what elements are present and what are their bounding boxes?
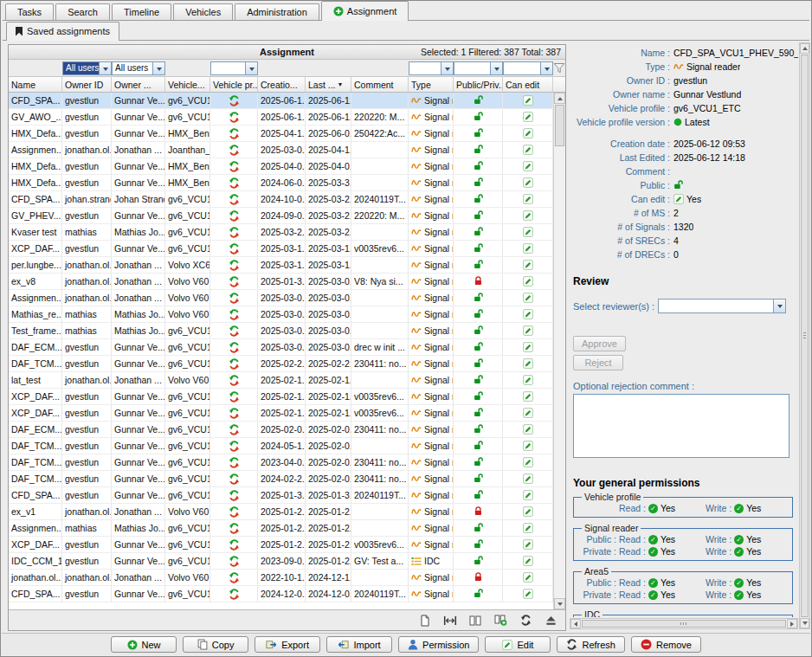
scroll-down-arrow[interactable] (800, 618, 809, 628)
table-row[interactable]: DAF_ECM... gvestlun Gunnar Ve... gv6_VCU… (9, 339, 553, 356)
refresh-icon[interactable] (518, 614, 533, 628)
permission-button[interactable]: Permission (398, 636, 479, 653)
visibility-filter[interactable] (454, 61, 503, 75)
cell-owner-name: Mathias Jo... (112, 224, 165, 240)
table-row[interactable]: XCP_DAF... gvestlun Gunnar Ve... gv6_VCU… (9, 405, 553, 422)
table-row[interactable]: DAF_TCM... gvestlun Gunnar Ve... gv6_VCU… (9, 356, 553, 372)
tab-administration[interactable]: Administration (235, 3, 319, 20)
column-header-owner[interactable]: Owner ... (112, 77, 165, 92)
column-header-type[interactable]: Type (409, 77, 454, 92)
table-row[interactable]: HMX_Defa... gvestlun Gunnar Ve... HMX_Be… (9, 158, 553, 175)
filter-funnel-icon[interactable] (553, 62, 565, 74)
rejection-comment-textarea[interactable] (573, 394, 789, 458)
tab-saved-assignments[interactable]: Saved assignments (6, 22, 119, 40)
permission-scope-label: Private : (577, 589, 619, 600)
approve-button[interactable]: Approve (573, 336, 626, 351)
table-row[interactable]: Test_frame... mathias Mathias Jo... gv6_… (9, 323, 553, 339)
edit-button[interactable]: Edit (485, 636, 551, 653)
table-row[interactable]: HMX_Defa... gvestlun Gunnar Ve... HMX_Be… (9, 175, 553, 191)
refresh-button[interactable]: Refresh (557, 636, 625, 653)
scroll-right-arrow[interactable] (787, 619, 797, 628)
column-header-name[interactable]: Name (9, 77, 62, 92)
permission-value: Yes (661, 589, 675, 600)
cell-owner-id: mathias (62, 323, 112, 338)
import-button[interactable]: Import (326, 636, 392, 653)
table-row[interactable]: per.lungbe... jonathan.ol... Jonathan ..… (9, 257, 553, 274)
table-row[interactable]: Assignmen... jonathan.ol... Jonathan ...… (9, 290, 553, 306)
table-row[interactable]: DAF_ECM... gvestlun Gunnar Ve... gv6_VCU… (9, 422, 553, 438)
scrollbar-thumb[interactable] (555, 105, 564, 146)
remove-button[interactable]: Remove (631, 636, 701, 653)
table-row[interactable]: XCP_DAF... gvestlun Gunnar Ve... gv6_VCU… (9, 537, 553, 553)
details-vertical-scrollbar[interactable] (799, 42, 810, 629)
column-header-comment[interactable]: Comment (351, 77, 409, 92)
column-header-vehicle[interactable]: Vehicle... (165, 77, 210, 92)
table-row[interactable]: Mathias_re... mathias Mathias Jo... Volv… (9, 306, 553, 323)
tab-vehicles[interactable]: Vehicles (173, 3, 233, 20)
owner-id-filter[interactable]: All users (62, 61, 112, 75)
owner-name-filter[interactable]: All users (112, 61, 165, 75)
copy-button[interactable]: Copy (183, 636, 248, 653)
table-row[interactable]: XCP_DAF... gvestlun Gunnar Ve... gv6_VCU… (9, 241, 553, 257)
scrollbar-thumb[interactable] (582, 620, 786, 628)
table-row[interactable]: CFD_SPA... gvestlun Gunnar Ve... gv6_VCU… (9, 487, 553, 504)
table-row[interactable]: Assignmen... jonathan.ol... Jonathan ...… (9, 142, 553, 158)
reject-button[interactable]: Reject (573, 355, 623, 370)
table-row[interactable]: jonathan.ol... jonathan.ol... Jonathan .… (9, 570, 553, 586)
fit-width-icon[interactable] (442, 614, 458, 628)
table-row[interactable]: CFD_SPA... johan.strand Johan Strand gv6… (9, 191, 553, 208)
table-row[interactable]: DAF_TCM... gvestlun Gunnar Ve... gv6_VCU… (9, 438, 553, 454)
table-row[interactable]: GV_PHEV... gvestlun Gunnar Ve... gv6_VCU… (9, 208, 553, 224)
column-header-public-priv[interactable]: Public/Priv... (454, 77, 503, 92)
filter-row: All users All users (9, 60, 565, 77)
column-header-last[interactable]: Last ...▼ (306, 77, 351, 92)
column-header-owner-id[interactable]: Owner ID (62, 77, 112, 92)
columns-icon[interactable] (467, 614, 483, 628)
columns-add-icon[interactable] (493, 614, 508, 628)
tab-timeline[interactable]: Timeline (112, 3, 171, 20)
scroll-down-arrow[interactable] (554, 598, 565, 609)
table-row[interactable]: CFD_SPA... gvestlun Gunnar Ve... gv6_VCU… (9, 93, 553, 109)
scrollbar-track[interactable] (800, 54, 809, 618)
eject-icon[interactable] (543, 614, 558, 628)
scroll-left-arrow[interactable] (570, 619, 581, 628)
vehicle-profile-filter[interactable] (210, 61, 258, 75)
details-horizontal-scrollbar[interactable] (570, 618, 798, 629)
table-row[interactable]: lat_test jonathan.ol... Jonathan ... Vol… (9, 372, 553, 389)
new-button[interactable]: New (111, 636, 177, 653)
table-row[interactable]: ex_v8 jonathan.ol... Jonathan ... Volvo … (9, 274, 553, 290)
scrollbar-track[interactable] (581, 619, 787, 628)
tab-tasks[interactable]: Tasks (5, 3, 54, 20)
reviewer-select[interactable] (658, 299, 786, 313)
check-icon: ✓ (648, 535, 658, 544)
table-row[interactable]: XCP_DAF... gvestlun Gunnar Ve... gv6_VCU… (9, 389, 553, 405)
column-header-can-edit[interactable]: Can edit (503, 77, 553, 92)
type-filter[interactable] (409, 61, 454, 75)
table-row[interactable]: DAF_TCM... gvestlun Gunnar Ve... gv6_VCU… (9, 454, 553, 471)
can-edit-filter[interactable] (503, 61, 553, 75)
type-icon (411, 557, 422, 566)
table-row[interactable]: GV_AWO_... gvestlun Gunnar Ve... gv6_VCU… (9, 109, 553, 126)
table-row[interactable]: DAF_TCM... gvestlun Gunnar Ve... gv6_VCU… (9, 471, 553, 487)
table-row[interactable]: HMX_Defa... gvestlun Gunnar Ve... HMX_Be… (9, 126, 553, 142)
file-icon[interactable] (417, 614, 433, 628)
scroll-up-arrow[interactable] (554, 93, 565, 104)
table-row[interactable]: IDC_CCM_1 gvestlun Gunnar Ve... gv6_VCU1… (9, 553, 553, 570)
tab-assignment[interactable]: Assignment (321, 1, 409, 20)
table-vertical-scrollbar[interactable] (553, 93, 565, 609)
type-label: Signal r... (424, 523, 454, 533)
scrollbar-track[interactable] (554, 104, 565, 598)
scrollbar-thumb[interactable] (801, 55, 809, 617)
table-row[interactable]: Kvaser test mathias Mathias Jo... gv6_VC… (9, 224, 553, 241)
tab-search[interactable]: Search (55, 3, 110, 20)
scroll-up-arrow[interactable] (800, 43, 809, 54)
permission-value: Yes (661, 534, 675, 544)
remove-icon (641, 639, 652, 650)
table-row[interactable]: CFD_SPA... gvestlun Gunnar Ve... gv6_VCU… (9, 586, 553, 602)
permission-value: Yes (746, 503, 761, 513)
table-row[interactable]: ex_v1 jonathan.ol... Jonathan ... Volvo … (9, 504, 553, 520)
export-button[interactable]: Export (255, 636, 320, 653)
column-header-creatio[interactable]: Creatio... (258, 77, 306, 92)
table-row[interactable]: Assignmen... mathias Mathias Jo... gv6_V… (9, 520, 553, 537)
column-header-vehicle-pr[interactable]: Vehicle pr... (210, 77, 258, 92)
